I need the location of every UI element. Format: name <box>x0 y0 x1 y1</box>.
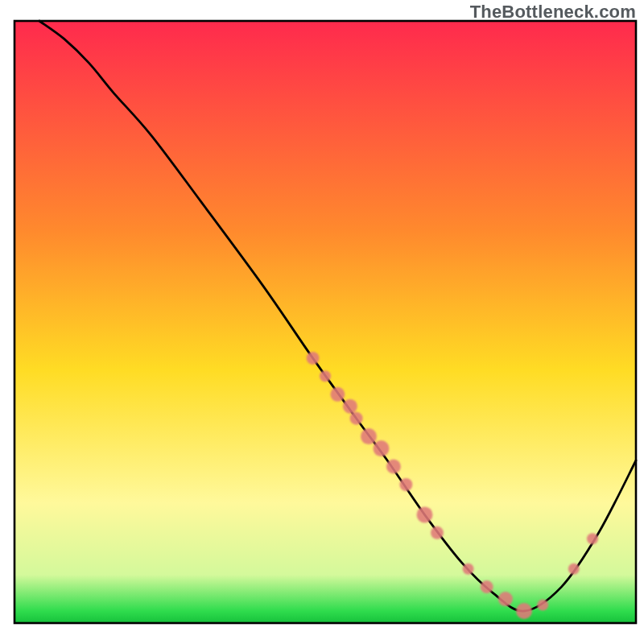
chart-root: TheBottleneck.com <box>0 0 644 644</box>
marker-dot <box>516 603 532 619</box>
marker-dot <box>386 460 401 474</box>
plot-area <box>14 21 636 623</box>
marker-dot <box>361 428 377 444</box>
marker-dot <box>498 592 513 606</box>
marker-dot <box>320 370 331 382</box>
marker-dot <box>330 387 345 402</box>
gradient-background <box>14 21 636 623</box>
marker-dot <box>587 533 598 544</box>
marker-dot <box>537 600 548 611</box>
marker-dot <box>417 506 433 522</box>
marker-dot <box>399 478 412 491</box>
marker-dot <box>343 399 357 414</box>
marker-dot <box>481 580 493 593</box>
marker-dot <box>463 564 474 575</box>
marker-dot <box>307 352 320 365</box>
marker-dot <box>350 412 363 425</box>
chart-svg <box>0 0 644 644</box>
attribution-text: TheBottleneck.com <box>470 2 636 23</box>
marker-dot <box>374 440 390 456</box>
marker-dot <box>431 526 444 539</box>
marker-dot <box>568 564 580 575</box>
